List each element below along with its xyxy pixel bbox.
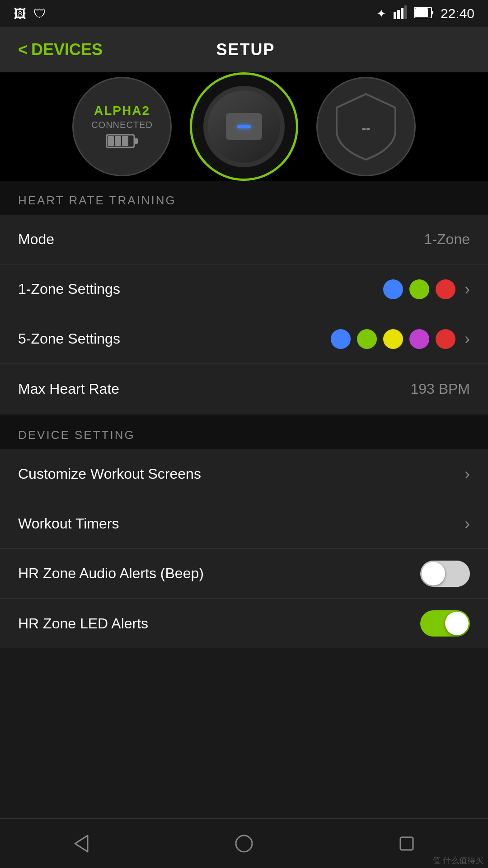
status-bar-right: ✦ 22:40	[376, 5, 474, 22]
device-cards-area: ALPHA2 CONNECTED	[0, 72, 488, 181]
back-label: DEVICES	[31, 40, 103, 59]
battery-icon	[414, 6, 433, 21]
five-zone-dots	[331, 329, 455, 349]
zone-dot-green	[409, 279, 429, 299]
hr-audio-toggle-knob	[422, 562, 445, 585]
hr-audio-label: HR Zone Audio Alerts (Beep)	[18, 565, 204, 582]
hr-led-label: HR Zone LED Alerts	[18, 615, 148, 632]
mode-label: Mode	[18, 231, 54, 248]
back-nav-button[interactable]	[54, 826, 108, 862]
mode-right: 1-Zone	[424, 231, 470, 248]
back-arrow-icon: <	[18, 40, 28, 59]
max-heart-rate-item[interactable]: Max Heart Rate 193 BPM	[0, 364, 488, 414]
clock: 22:40	[441, 6, 474, 21]
five-dot-red	[436, 329, 455, 349]
svg-rect-11	[122, 136, 128, 146]
shield-device-icon: --	[330, 90, 402, 162]
back-button[interactable]: < DEVICES	[18, 40, 103, 59]
device-alpha2-label: ALPHA2	[94, 104, 150, 118]
heart-rate-section-header: HEART RATE TRAINING	[0, 181, 488, 215]
svg-text:--: --	[362, 121, 371, 135]
svg-rect-15	[400, 837, 413, 850]
bottom-nav	[0, 818, 488, 868]
svg-rect-9	[108, 136, 114, 146]
five-zone-chevron-icon: ›	[465, 330, 470, 349]
hr-led-item[interactable]: HR Zone LED Alerts	[0, 599, 488, 648]
one-zone-dots	[383, 279, 455, 299]
mode-value: 1-Zone	[424, 231, 470, 248]
one-zone-chevron-icon: ›	[465, 280, 470, 299]
five-dot-blue	[331, 329, 351, 349]
workout-timers-chevron-icon: ›	[465, 514, 470, 533]
page-title: SETUP	[103, 40, 389, 59]
svg-rect-10	[115, 136, 121, 146]
hr-audio-item[interactable]: HR Zone Audio Alerts (Beep)	[0, 549, 488, 599]
svg-rect-3	[404, 5, 407, 19]
device-card-alpha2[interactable]: ALPHA2 CONNECTED	[72, 77, 172, 176]
sensor-image	[203, 86, 285, 167]
workout-timers-right: ›	[465, 514, 470, 533]
status-bar: 🖼 🛡 ✦ 22:40	[0, 0, 488, 27]
five-dot-yellow	[383, 329, 403, 349]
customize-workout-chevron-icon: ›	[465, 465, 470, 484]
hr-audio-right	[420, 561, 470, 587]
hr-audio-toggle[interactable]	[420, 561, 470, 587]
hr-led-toggle[interactable]	[420, 610, 470, 637]
svg-rect-0	[394, 12, 396, 19]
heart-rate-section-label: HEART RATE TRAINING	[18, 193, 176, 207]
heart-rate-settings-list: Mode 1-Zone 1-Zone Settings › 5-Zone Set…	[0, 215, 488, 414]
image-icon: 🖼	[14, 6, 26, 21]
device-card-sensor[interactable]	[190, 72, 298, 181]
five-dot-purple	[409, 329, 429, 349]
one-zone-label: 1-Zone Settings	[18, 281, 120, 297]
max-heart-rate-label: Max Heart Rate	[18, 381, 119, 397]
recent-nav-icon	[397, 834, 417, 854]
customize-workout-label: Customize Workout Screens	[18, 466, 201, 482]
svg-rect-5	[432, 11, 433, 14]
svg-marker-13	[75, 835, 88, 852]
blue-light-indicator	[237, 125, 251, 128]
one-zone-settings-item[interactable]: 1-Zone Settings ›	[0, 264, 488, 314]
status-bar-left: 🖼 🛡	[14, 6, 46, 21]
five-zone-right: ›	[331, 329, 470, 349]
five-zone-label: 5-Zone Settings	[18, 330, 120, 347]
content-area: HEART RATE TRAINING Mode 1-Zone 1-Zone S…	[0, 181, 488, 703]
device-section-header: DEVICE SETTING	[0, 415, 488, 449]
one-zone-right: ›	[383, 279, 470, 299]
device-card-shield[interactable]: --	[316, 77, 416, 176]
home-nav-icon	[234, 834, 254, 854]
zone-dot-blue	[383, 279, 403, 299]
mode-item[interactable]: Mode 1-Zone	[0, 215, 488, 264]
svg-point-14	[236, 835, 252, 852]
alpha2-battery-icon	[106, 134, 138, 150]
svg-rect-8	[134, 138, 138, 144]
recent-nav-button[interactable]	[380, 826, 434, 862]
shield-status-icon: 🛡	[33, 6, 46, 21]
customize-workout-item[interactable]: Customize Workout Screens ›	[0, 449, 488, 499]
hr-led-toggle-knob	[445, 612, 469, 635]
five-zone-settings-item[interactable]: 5-Zone Settings ›	[0, 314, 488, 364]
top-nav: < DEVICES SETUP	[0, 27, 488, 72]
signal-icon	[394, 5, 407, 22]
svg-rect-2	[401, 8, 404, 19]
home-nav-button[interactable]	[217, 826, 271, 862]
device-alpha2-status: CONNECTED	[91, 120, 153, 130]
max-heart-rate-right: 193 BPM	[410, 381, 470, 397]
max-heart-rate-value: 193 BPM	[410, 381, 470, 397]
svg-rect-6	[415, 8, 428, 17]
svg-rect-1	[397, 10, 400, 19]
five-dot-green	[357, 329, 377, 349]
device-settings-list: Customize Workout Screens › Workout Time…	[0, 449, 488, 648]
back-nav-icon	[71, 834, 91, 854]
watermark: 值 什么值得买	[432, 855, 483, 866]
bluetooth-icon: ✦	[376, 7, 386, 21]
device-section-label: DEVICE SETTING	[18, 428, 135, 442]
workout-timers-item[interactable]: Workout Timers ›	[0, 499, 488, 549]
workout-timers-label: Workout Timers	[18, 515, 119, 532]
zone-dot-red	[436, 279, 455, 299]
customize-workout-right: ›	[465, 465, 470, 484]
hr-led-right	[420, 610, 470, 637]
